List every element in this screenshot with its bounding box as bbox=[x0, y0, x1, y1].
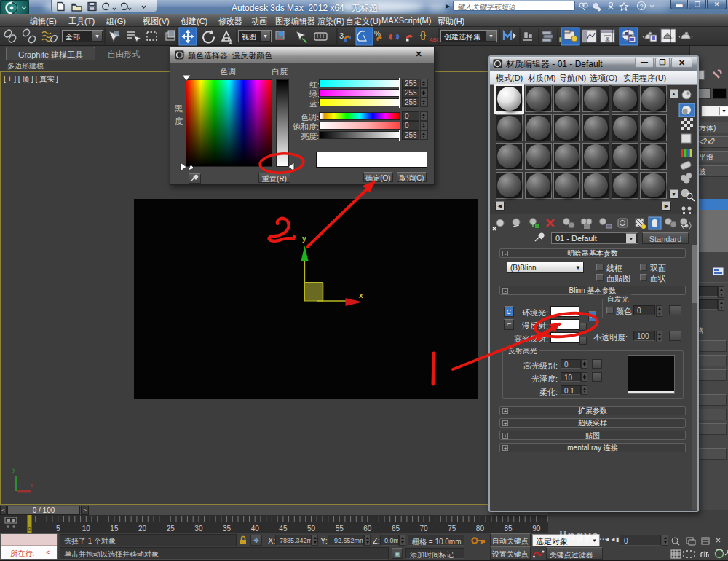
svg-text:45: 45 bbox=[279, 525, 288, 533]
svg-text:65: 65 bbox=[392, 525, 400, 533]
svg-text:20: 20 bbox=[138, 525, 147, 533]
svg-text:80: 80 bbox=[476, 525, 485, 533]
svg-text:z: z bbox=[17, 482, 21, 489]
svg-text:x: x bbox=[359, 291, 363, 299]
svg-text:{}: {} bbox=[420, 30, 426, 40]
svg-text:x: x bbox=[30, 482, 33, 489]
svg-text:3: 3 bbox=[339, 31, 344, 40]
svg-text:?: ? bbox=[640, 3, 644, 10]
svg-text:60: 60 bbox=[363, 525, 372, 533]
svg-text:35: 35 bbox=[223, 525, 232, 533]
svg-text:15: 15 bbox=[110, 525, 119, 533]
svg-text:50: 50 bbox=[307, 525, 316, 533]
svg-text:70: 70 bbox=[420, 525, 429, 533]
svg-text:40: 40 bbox=[251, 525, 260, 533]
svg-text:25: 25 bbox=[167, 525, 175, 533]
svg-text:5: 5 bbox=[56, 525, 60, 533]
svg-text:y: y bbox=[12, 466, 16, 473]
svg-text:y: y bbox=[302, 235, 306, 243]
svg-text:ABC: ABC bbox=[430, 37, 440, 42]
svg-text:75: 75 bbox=[448, 525, 456, 533]
svg-text:10: 10 bbox=[82, 525, 91, 533]
svg-text:30: 30 bbox=[194, 525, 203, 533]
svg-text:85: 85 bbox=[505, 525, 513, 533]
svg-text:90: 90 bbox=[532, 525, 541, 533]
svg-text:55: 55 bbox=[336, 525, 344, 533]
svg-text:0: 0 bbox=[28, 526, 31, 533]
